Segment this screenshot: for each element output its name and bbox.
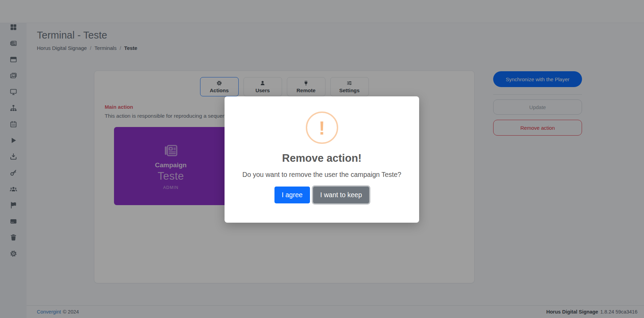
remove-action-dialog: ! Remove action! Do you want to remove t…	[225, 96, 419, 223]
dialog-title: Remove action!	[225, 152, 419, 165]
confirm-button[interactable]: I agree	[274, 187, 310, 203]
cancel-button[interactable]: I want to keep	[313, 187, 369, 203]
warning-icon: !	[306, 112, 338, 144]
dialog-buttons: I agree I want to keep	[225, 187, 419, 203]
exclamation-glyph: !	[319, 118, 325, 138]
dialog-message: Do you want to remove the user the campa…	[225, 171, 419, 179]
